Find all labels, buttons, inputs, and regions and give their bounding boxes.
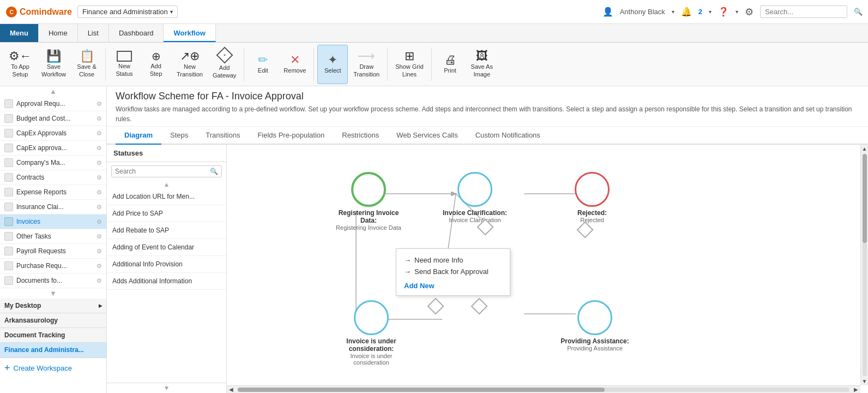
toolbar-add-step[interactable]: ⊕ AddStep <box>141 45 171 84</box>
tab-fields-prepop[interactable]: Fields Pre-population <box>249 127 333 145</box>
tab-menu[interactable]: Menu <box>0 24 39 42</box>
sidebar-item-companys-ma[interactable]: Company's Ma... ⚙ <box>0 156 106 170</box>
sidebar-item-purchase[interactable]: Purchase Requ... ⚙ <box>0 259 106 273</box>
tab-custom-notif[interactable]: Custom Notifications <box>467 127 549 145</box>
sidebar-item-capex-approvals[interactable]: CapEx Approvals ⚙ <box>0 126 106 141</box>
tab-workflow[interactable]: Workflow <box>164 24 215 42</box>
gear-icon-budget[interactable]: ⚙ <box>97 115 102 122</box>
status-item-adds-additional[interactable]: Adds Additional Information <box>107 273 226 290</box>
hscroll-right-btn[interactable]: ▶ <box>852 386 860 392</box>
toolbar-save-workflow[interactable]: 💾 SaveWorkflow <box>37 45 70 84</box>
sidebar-item-documents[interactable]: Documents fo... ⚙ <box>0 273 106 288</box>
toolbar-save-as-image[interactable]: 🖼 Save AsImage <box>467 45 497 84</box>
hscroll-left-btn[interactable]: ◀ <box>227 386 236 392</box>
bell-icon[interactable]: 🔔 <box>681 7 692 17</box>
hscroll-track[interactable] <box>238 388 849 392</box>
sidebar-item-expense[interactable]: Expense Reports ⚙ <box>0 185 106 200</box>
gear-icon-invoices[interactable]: ⚙ <box>97 218 102 225</box>
create-workspace-button[interactable]: + Create Workspace <box>0 358 106 378</box>
sidebar-item-insurance[interactable]: Insurance Clai... ⚙ <box>0 200 106 215</box>
sidebar-section-my-desktop[interactable]: My Desktop ▸ <box>0 299 106 313</box>
sidebar-item-contracts[interactable]: Contracts ⚙ <box>0 170 106 185</box>
settings-icon[interactable]: ⚙ <box>745 6 754 18</box>
gear-icon-contracts[interactable]: ⚙ <box>97 174 102 181</box>
workspace-selector[interactable]: Finance and Administration ▾ <box>77 5 178 18</box>
trans-item-need-more-info[interactable]: → Need more Info <box>404 254 502 266</box>
user-icon: 👤 <box>602 7 613 17</box>
tab-diagram[interactable]: Diagram <box>116 127 161 145</box>
sidebar: ▲ Approval Requ... ⚙ Budget and Cost... … <box>0 86 107 393</box>
gear-icon-payroll[interactable]: ⚙ <box>97 248 102 255</box>
tab-home[interactable]: Home <box>39 24 78 42</box>
sidebar-icon-approval <box>4 99 13 108</box>
status-item-add-rebate[interactable]: Add Rebate to SAP <box>107 222 226 239</box>
sidebar-section-document-tracking[interactable]: Document Tracking <box>0 328 106 343</box>
sidebar-item-approval-requ[interactable]: Approval Requ... ⚙ <box>0 97 106 111</box>
diagram-hscroll[interactable]: ◀ ▶ <box>227 385 860 393</box>
sidebar-scroll-down[interactable]: ▼ <box>0 288 106 299</box>
gear-icon-expense[interactable]: ⚙ <box>97 189 102 196</box>
sidebar-icon-documents <box>4 276 13 285</box>
diagram-vscroll[interactable]: ▲ ▼ <box>860 145 868 385</box>
toolbar-new-status[interactable]: NewStatus <box>109 45 140 84</box>
sidebar-item-payroll[interactable]: Payroll Requests ⚙ <box>0 244 106 259</box>
toolbar-add-gateway[interactable]: + AddGateway <box>208 45 240 84</box>
toolbar-remove[interactable]: ✕ Remove <box>279 45 310 84</box>
tab-dashboard[interactable]: Dashboard <box>109 24 164 42</box>
gear-icon-companys[interactable]: ⚙ <box>97 159 102 166</box>
wf-node-under-consideration[interactable]: Invoice is under consideration: Invoice … <box>336 300 407 366</box>
top-search-input[interactable] <box>760 5 847 18</box>
diagram-area[interactable]: Registering Invoice Data: Registering In… <box>227 145 868 393</box>
save-workflow-icon: 💾 <box>46 50 61 62</box>
wf-node-rejected[interactable]: Rejected: Rejected <box>565 172 619 223</box>
select-icon: ✦ <box>328 54 337 66</box>
wf-node-invoice-clarification[interactable]: Invoice Clarification: Invoice Clarifica… <box>439 172 510 223</box>
tab-steps[interactable]: Steps <box>161 127 197 145</box>
toolbar-show-grid[interactable]: ⊞ Show GridLines <box>391 45 427 84</box>
tab-list[interactable]: List <box>78 24 109 42</box>
sidebar-section-arkansasurology[interactable]: Arkansasurology <box>0 313 106 328</box>
gear-icon-other-tasks[interactable]: ⚙ <box>97 233 102 240</box>
status-item-add-location[interactable]: Add Location URL for Men... <box>107 188 226 205</box>
toolbar-save-close[interactable]: 📋 Save &Close <box>71 45 102 84</box>
vscroll-track[interactable] <box>863 154 867 376</box>
tab-web-services[interactable]: Web Services Calls <box>388 127 466 145</box>
gear-icon-capex-approva[interactable]: ⚙ <box>97 145 102 152</box>
gear-icon-documents[interactable]: ⚙ <box>97 277 102 284</box>
trans-add-new[interactable]: Add New <box>404 282 502 290</box>
toolbar-to-app-setup[interactable]: ⚙← To AppSetup <box>4 45 36 84</box>
sidebar-item-budget[interactable]: Budget and Cost... ⚙ <box>0 111 106 126</box>
toolbar-edit[interactable]: ✏ Edit <box>248 45 278 84</box>
toolbar-draw-transition[interactable]: ⟶ DrawTransition <box>349 45 384 84</box>
sidebar-item-other-tasks[interactable]: Other Tasks ⚙ <box>0 229 106 244</box>
status-scroll-up[interactable]: ▲ <box>107 181 226 188</box>
finance-admin-label: Finance and Administra... <box>4 346 84 354</box>
help-icon[interactable]: ❓ <box>718 7 729 17</box>
wf-node-providing-assistance[interactable]: Providing Assistance: Providing Assistan… <box>559 300 630 352</box>
user-name[interactable]: Anthony Black <box>620 8 665 16</box>
status-scroll-down[interactable]: ▼ <box>107 383 226 393</box>
my-desktop-label: My Desktop <box>4 302 41 309</box>
tab-transitions[interactable]: Transitions <box>197 127 249 145</box>
status-item-additional-info[interactable]: Additional Info Provision <box>107 256 226 273</box>
gear-icon-approval[interactable]: ⚙ <box>97 100 102 108</box>
toolbar-new-transition[interactable]: ↗⊕ NewTransition <box>172 45 207 84</box>
vscroll-up-btn[interactable]: ▲ <box>861 145 868 153</box>
tab-restrictions[interactable]: Restrictions <box>333 127 388 145</box>
status-item-adding-event[interactable]: Adding of Event to Calendar <box>107 239 226 256</box>
toolbar-select[interactable]: ✦ Select <box>317 45 348 84</box>
sidebar-scroll-up[interactable]: ▲ <box>0 86 106 97</box>
top-search-icon[interactable]: 🔍 <box>854 8 863 16</box>
status-search-input[interactable] <box>115 168 208 175</box>
sidebar-item-capex-approva[interactable]: CapEx approva... ⚙ <box>0 141 106 156</box>
gear-icon-capex-approvals[interactable]: ⚙ <box>97 130 102 137</box>
trans-item-send-back[interactable]: → Send Back for Approval <box>404 266 502 277</box>
toolbar-print[interactable]: 🖨 Print <box>435 45 466 84</box>
sidebar-section-finance-admin[interactable]: Finance and Administra... <box>0 343 106 358</box>
wf-node-registering[interactable]: Registering Invoice Data: Registering In… <box>336 172 401 231</box>
gear-icon-purchase[interactable]: ⚙ <box>97 263 102 270</box>
sidebar-item-invoices[interactable]: Invoices ⚙ <box>0 215 106 229</box>
status-item-add-price[interactable]: Add Price to SAP <box>107 205 226 222</box>
gear-icon-insurance[interactable]: ⚙ <box>97 204 102 211</box>
vscroll-down-btn[interactable]: ▼ <box>861 377 868 385</box>
